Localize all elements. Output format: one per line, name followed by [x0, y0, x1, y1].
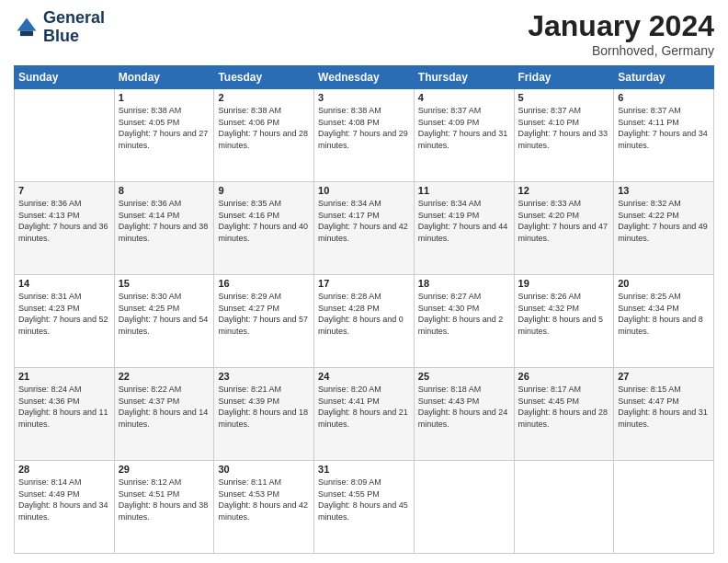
day-info: Sunrise: 8:18 AMSunset: 4:43 PMDaylight:…	[418, 384, 510, 430]
calendar-cell: 22Sunrise: 8:22 AMSunset: 4:37 PMDayligh…	[114, 368, 214, 461]
day-info: Sunrise: 8:27 AMSunset: 4:30 PMDaylight:…	[418, 291, 510, 337]
day-info: Sunrise: 8:34 AMSunset: 4:17 PMDaylight:…	[318, 198, 410, 244]
calendar-cell: 1Sunrise: 8:38 AMSunset: 4:05 PMDaylight…	[114, 89, 214, 182]
day-info: Sunrise: 8:37 AMSunset: 4:09 PMDaylight:…	[418, 105, 510, 151]
day-number: 20	[618, 278, 710, 289]
calendar-cell	[414, 461, 514, 554]
logo-line1: General	[43, 9, 105, 28]
calendar-cell: 10Sunrise: 8:34 AMSunset: 4:17 PMDayligh…	[314, 182, 415, 275]
day-number: 22	[119, 371, 210, 382]
day-number: 24	[318, 371, 410, 382]
day-info: Sunrise: 8:09 AMSunset: 4:55 PMDaylight:…	[318, 477, 410, 523]
day-info: Sunrise: 8:25 AMSunset: 4:34 PMDaylight:…	[618, 291, 710, 337]
logo-line2: Blue	[43, 28, 105, 46]
day-info: Sunrise: 8:12 AMSunset: 4:51 PMDaylight:…	[119, 477, 210, 523]
calendar-cell: 17Sunrise: 8:28 AMSunset: 4:28 PMDayligh…	[314, 275, 415, 368]
calendar-cell: 11Sunrise: 8:34 AMSunset: 4:19 PMDayligh…	[414, 182, 514, 275]
day-info: Sunrise: 8:30 AMSunset: 4:25 PMDaylight:…	[119, 291, 210, 337]
calendar-cell: 6Sunrise: 8:37 AMSunset: 4:11 PMDaylight…	[614, 89, 714, 182]
calendar-cell: 20Sunrise: 8:25 AMSunset: 4:34 PMDayligh…	[614, 275, 714, 368]
calendar-cell: 26Sunrise: 8:17 AMSunset: 4:45 PMDayligh…	[514, 368, 614, 461]
logo-icon	[14, 15, 40, 40]
calendar-cell: 9Sunrise: 8:35 AMSunset: 4:16 PMDaylight…	[214, 182, 314, 275]
day-number: 8	[119, 185, 210, 196]
logo: General Blue	[14, 9, 105, 46]
day-number: 19	[518, 278, 610, 289]
day-number: 31	[318, 464, 410, 475]
header: General Blue January 2024 Bornhoved, Ger…	[14, 9, 714, 58]
day-info: Sunrise: 8:35 AMSunset: 4:16 PMDaylight:…	[218, 198, 310, 244]
calendar-cell: 13Sunrise: 8:32 AMSunset: 4:22 PMDayligh…	[614, 182, 714, 275]
calendar-cell: 15Sunrise: 8:30 AMSunset: 4:25 PMDayligh…	[114, 275, 214, 368]
day-number: 6	[618, 92, 710, 103]
day-info: Sunrise: 8:31 AMSunset: 4:23 PMDaylight:…	[18, 291, 110, 337]
day-info: Sunrise: 8:14 AMSunset: 4:49 PMDaylight:…	[18, 477, 110, 523]
day-info: Sunrise: 8:28 AMSunset: 4:28 PMDaylight:…	[318, 291, 410, 337]
day-info: Sunrise: 8:15 AMSunset: 4:47 PMDaylight:…	[618, 384, 710, 430]
day-number: 26	[518, 371, 610, 382]
day-info: Sunrise: 8:38 AMSunset: 4:06 PMDaylight:…	[218, 105, 310, 151]
calendar-cell: 16Sunrise: 8:29 AMSunset: 4:27 PMDayligh…	[214, 275, 314, 368]
day-number: 25	[418, 371, 510, 382]
day-info: Sunrise: 8:36 AMSunset: 4:14 PMDaylight:…	[119, 198, 210, 244]
day-number: 1	[119, 92, 210, 103]
weekday-header: Saturday	[614, 66, 714, 89]
day-number: 5	[518, 92, 610, 103]
day-number: 28	[18, 464, 110, 475]
month-title: January 2024	[528, 9, 714, 43]
calendar-cell: 14Sunrise: 8:31 AMSunset: 4:23 PMDayligh…	[15, 275, 115, 368]
day-number: 2	[218, 92, 310, 103]
calendar-header-row: SundayMondayTuesdayWednesdayThursdayFrid…	[15, 66, 714, 89]
calendar-cell: 23Sunrise: 8:21 AMSunset: 4:39 PMDayligh…	[214, 368, 314, 461]
svg-marker-0	[17, 17, 37, 30]
day-number: 11	[418, 185, 510, 196]
calendar-cell: 24Sunrise: 8:20 AMSunset: 4:41 PMDayligh…	[314, 368, 415, 461]
day-info: Sunrise: 8:38 AMSunset: 4:08 PMDaylight:…	[318, 105, 410, 151]
day-number: 29	[119, 464, 210, 475]
day-info: Sunrise: 8:38 AMSunset: 4:05 PMDaylight:…	[119, 105, 210, 151]
calendar-cell: 28Sunrise: 8:14 AMSunset: 4:49 PMDayligh…	[15, 461, 115, 554]
calendar-cell: 30Sunrise: 8:11 AMSunset: 4:53 PMDayligh…	[214, 461, 314, 554]
day-number: 16	[218, 278, 310, 289]
day-number: 17	[318, 278, 410, 289]
calendar-cell	[514, 461, 614, 554]
calendar-cell: 12Sunrise: 8:33 AMSunset: 4:20 PMDayligh…	[514, 182, 614, 275]
day-info: Sunrise: 8:33 AMSunset: 4:20 PMDaylight:…	[518, 198, 610, 244]
day-info: Sunrise: 8:20 AMSunset: 4:41 PMDaylight:…	[318, 384, 410, 430]
calendar-cell	[614, 461, 714, 554]
calendar-cell: 8Sunrise: 8:36 AMSunset: 4:14 PMDaylight…	[114, 182, 214, 275]
day-number: 14	[18, 278, 110, 289]
day-info: Sunrise: 8:17 AMSunset: 4:45 PMDaylight:…	[518, 384, 610, 430]
calendar-cell: 29Sunrise: 8:12 AMSunset: 4:51 PMDayligh…	[114, 461, 214, 554]
day-number: 3	[318, 92, 410, 103]
calendar-week-row: 21Sunrise: 8:24 AMSunset: 4:36 PMDayligh…	[15, 368, 714, 461]
calendar-cell: 31Sunrise: 8:09 AMSunset: 4:55 PMDayligh…	[314, 461, 415, 554]
calendar-cell: 25Sunrise: 8:18 AMSunset: 4:43 PMDayligh…	[414, 368, 514, 461]
day-number: 18	[418, 278, 510, 289]
calendar-week-row: 28Sunrise: 8:14 AMSunset: 4:49 PMDayligh…	[15, 461, 714, 554]
calendar-week-row: 14Sunrise: 8:31 AMSunset: 4:23 PMDayligh…	[15, 275, 714, 368]
calendar-week-row: 7Sunrise: 8:36 AMSunset: 4:13 PMDaylight…	[15, 182, 714, 275]
day-number: 7	[18, 185, 110, 196]
day-info: Sunrise: 8:36 AMSunset: 4:13 PMDaylight:…	[18, 198, 110, 244]
day-info: Sunrise: 8:32 AMSunset: 4:22 PMDaylight:…	[618, 198, 710, 244]
calendar-cell: 4Sunrise: 8:37 AMSunset: 4:09 PMDaylight…	[414, 89, 514, 182]
title-area: January 2024 Bornhoved, Germany	[528, 9, 714, 58]
day-info: Sunrise: 8:24 AMSunset: 4:36 PMDaylight:…	[18, 384, 110, 430]
calendar-cell: 21Sunrise: 8:24 AMSunset: 4:36 PMDayligh…	[15, 368, 115, 461]
weekday-header: Wednesday	[314, 66, 415, 89]
day-number: 4	[418, 92, 510, 103]
day-number: 12	[518, 185, 610, 196]
weekday-header: Sunday	[15, 66, 115, 89]
day-info: Sunrise: 8:22 AMSunset: 4:37 PMDaylight:…	[119, 384, 210, 430]
calendar-week-row: 1Sunrise: 8:38 AMSunset: 4:05 PMDaylight…	[15, 89, 714, 182]
calendar-cell: 3Sunrise: 8:38 AMSunset: 4:08 PMDaylight…	[314, 89, 415, 182]
calendar-cell: 2Sunrise: 8:38 AMSunset: 4:06 PMDaylight…	[214, 89, 314, 182]
weekday-header: Friday	[514, 66, 614, 89]
calendar-cell	[15, 89, 115, 182]
calendar-cell: 7Sunrise: 8:36 AMSunset: 4:13 PMDaylight…	[15, 182, 115, 275]
day-number: 10	[318, 185, 410, 196]
svg-rect-1	[20, 30, 33, 36]
weekday-header: Monday	[114, 66, 214, 89]
page: General Blue January 2024 Bornhoved, Ger…	[0, 0, 728, 563]
